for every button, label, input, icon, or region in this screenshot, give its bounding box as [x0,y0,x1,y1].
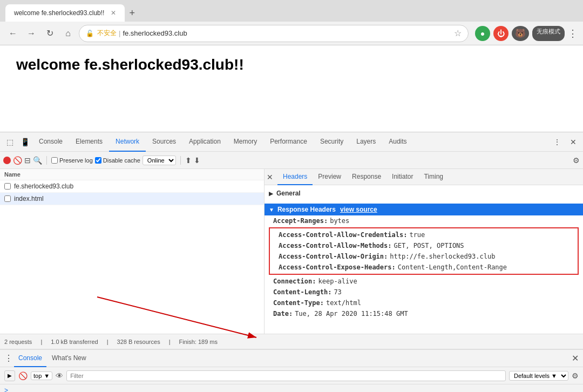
devtools-tab-bar: ⬚ 📱 Console Elements Network Sources App… [0,132,583,152]
context-selector[interactable]: top ▼ [31,371,52,380]
header-name-credentials: Access-Control-Allow-Credentials: [279,231,407,239]
divider-2 [180,156,181,165]
tab-network[interactable]: Network [109,132,146,152]
filter-icon[interactable]: ⊟ [24,156,31,165]
devtools-panel: ⬚ 📱 Console Elements Network Sources App… [0,132,583,392]
page-content: welcome fe.sherlocked93.club!! [0,45,583,132]
status-divider-2: | [107,339,109,345]
home-button[interactable]: ⌂ [60,26,76,41]
tab-elements[interactable]: Elements [69,132,109,152]
tab-application[interactable]: Application [182,132,227,152]
disable-cache-checkbox[interactable]: Disable cache [95,157,140,164]
ext-green-button[interactable]: ● [475,26,490,41]
console-tab-whats-new[interactable]: What's New [48,350,91,367]
header-value-content-length: 73 [334,288,341,296]
status-finish: Finish: 189 ms [179,339,218,345]
tab-label: welcome fe.sherlocked93.club!! [14,9,104,17]
bottom-console: ⋮ Console What's New ✕ ▶ 🚫 top ▼ 👁 Defau… [0,349,583,392]
preserve-log-input[interactable] [51,157,58,164]
response-headers-label: Response Headers [277,206,336,213]
device-toolbar-icon[interactable]: 📱 [17,134,32,150]
eye-icon[interactable]: 👁 [56,371,63,380]
browser-menu-button[interactable]: ⋮ [568,28,578,39]
view-source-link[interactable]: view source [340,206,377,213]
header-name-connection: Connection: [273,278,316,285]
ext-bear-button[interactable]: 🐻 [512,26,529,41]
ext-red-button[interactable]: ⏻ [493,26,509,41]
security-icon: 🔓 [86,30,94,37]
file-item-domain[interactable]: fe.sherlocked93.club [0,180,264,193]
tab-performance[interactable]: Performance [263,132,314,152]
header-value-origin: http://fe.sherlocked93.club [390,253,495,260]
clear-button[interactable]: 🚫 [13,156,22,165]
bookmark-icon[interactable]: ☆ [454,28,462,38]
tab-layers[interactable]: Layers [350,132,382,152]
more-tabs-icon[interactable]: ⋮ [550,134,565,150]
network-throttle-select[interactable]: Online [143,156,176,165]
file-name-domain: fe.sherlocked93.club [14,183,73,190]
context-dropdown-icon: ▼ [44,373,50,379]
network-settings-icon[interactable]: ⚙ [573,156,580,165]
tab-sources[interactable]: Sources [146,132,182,152]
tab-audits[interactable]: Audits [382,132,413,152]
tab-bar: welcome fe.sherlocked93.club!! ✕ + [0,0,583,22]
tab-security[interactable]: Security [314,132,350,152]
log-levels-select[interactable]: Default levels ▼ [509,371,568,381]
export-button[interactable]: ⬇ [194,156,200,165]
console-clear-icon[interactable]: 🚫 [18,371,28,380]
incognito-label: 无痕模式 [532,26,565,41]
detail-tab-response[interactable]: Response [347,169,387,185]
close-devtools-icon[interactable]: ✕ [566,134,581,150]
header-acao-origin: Access-Control-Allow-Origin: http://fe.s… [270,251,578,262]
disable-cache-input[interactable] [95,157,101,164]
file-item-index[interactable]: index.html [0,193,264,205]
forward-button[interactable]: → [24,26,39,41]
new-tab-btn[interactable]: + [129,8,135,19]
console-tab-bar: ⋮ Console What's New ✕ [0,350,583,367]
back-button[interactable]: ← [5,26,21,41]
general-header[interactable]: ▶ General [265,187,583,199]
status-divider-3: | [169,339,171,345]
address-text: fe.sherlocked93.club [123,29,187,37]
console-tab-console[interactable]: Console [14,350,46,367]
general-triangle-icon: ▶ [269,191,273,197]
run-button[interactable]: ▶ [4,370,15,381]
file-list-header: Name [0,169,264,180]
page-title: welcome fe.sherlocked93.club!! [16,56,567,73]
header-name-content-type: Content-Type: [273,299,324,307]
detail-tab-headers[interactable]: Headers [277,169,313,185]
inspect-element-icon[interactable]: ⬚ [2,134,17,150]
preserve-log-checkbox[interactable]: Preserve log [51,157,93,164]
header-accept-ranges: Accept-Ranges: bytes [265,215,583,226]
file-checkbox-domain[interactable] [4,183,11,190]
console-filter-input[interactable] [66,370,506,381]
record-button[interactable] [3,157,11,164]
console-prompt-line[interactable]: > [0,384,583,392]
general-section: ▶ General [265,185,583,201]
header-value-methods: GET, POST, OPTIONS [394,242,464,249]
console-settings-icon[interactable]: ⚙ [572,371,579,380]
tab-close-icon[interactable]: ✕ [111,9,116,17]
detail-tab-initiator[interactable]: Initiator [387,169,418,185]
browser-tab[interactable]: welcome fe.sherlocked93.club!! ✕ [5,4,125,22]
response-headers-header[interactable]: ▼ Response Headers view source [265,204,583,215]
header-acao-methods: Access-Control-Allow-Methods: GET, POST,… [270,240,578,251]
tab-console[interactable]: Console [32,132,69,152]
reload-button[interactable]: ↻ [42,26,57,41]
close-console-icon[interactable]: ✕ [572,353,579,363]
detail-tab-timing[interactable]: Timing [418,169,449,185]
header-value-connection: keep-alive [318,278,357,285]
address-bar[interactable]: 🔓 不安全 | fe.sherlocked93.club ☆ [79,25,469,42]
header-value-content-type: text/html [326,299,361,307]
tab-memory[interactable]: Memory [227,132,263,152]
import-button[interactable]: ⬆ [185,156,192,165]
detail-tab-close[interactable]: ✕ [267,173,273,181]
header-value-accept-ranges: bytes [330,217,349,225]
search-icon[interactable]: 🔍 [33,156,42,165]
detail-tab-preview[interactable]: Preview [313,169,347,185]
header-name-origin: Access-Control-Allow-Origin: [279,253,388,260]
header-name-content-length: Content-Length: [273,288,331,296]
header-value-credentials: true [409,231,425,239]
console-menu-icon[interactable]: ⋮ [4,353,13,363]
file-checkbox-index[interactable] [4,195,11,202]
